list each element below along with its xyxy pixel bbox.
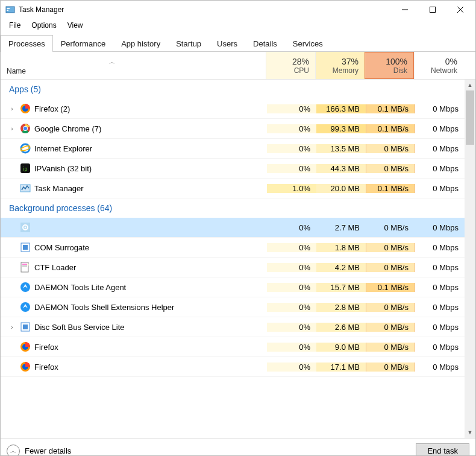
tab-processes[interactable]: Processes [1,35,53,52]
group-apps[interactable]: Apps (5) [1,80,465,99]
disk-cell: 0.1 MB/s [366,184,415,193]
process-row[interactable]: › Disc Soft Bus Service Lite 0% 2.6 MB 0… [1,317,465,337]
sort-caret-icon: ︿ [109,58,115,66]
mem-cell: 15.7 MB [316,283,366,292]
scroll-down-icon[interactable]: ▼ [465,427,475,438]
cpu-cell: 0% [267,283,316,292]
menu-view[interactable]: View [63,20,88,31]
mem-cell: 166.3 MB [316,104,366,113]
process-row[interactable]: › Firefox (2) 0% 166.3 MB 0.1 MB/s 0 Mbp… [1,99,465,119]
disk-cell: 0 MB/s [366,323,415,332]
col-disk[interactable]: 100% Disk [365,52,414,79]
net-cell: 0 Mbps [415,243,465,252]
col-network[interactable]: 0% Network [414,52,463,79]
titlebar[interactable]: Task Manager [1,1,475,19]
svg-point-20 [25,227,27,229]
svg-rect-4 [430,7,436,13]
process-row[interactable]: 0% 2.7 MB 0 MB/s 0 Mbps [1,218,465,238]
cpu-cell: 0% [267,124,316,133]
scroll-thumb[interactable] [466,90,474,145]
net-cell: 0 Mbps [415,104,465,113]
process-row[interactable]: Firefox 0% 9.0 MB 0 MB/s 0 Mbps [1,337,465,357]
process-row[interactable]: COM Surrogate 0% 1.8 MB 0 MB/s 0 Mbps [1,238,465,258]
disk-cell: 0 MB/s [366,343,415,352]
menubar: File Options View [1,19,475,32]
end-task-button[interactable]: End task [416,443,469,456]
process-list: Apps (5) › Firefox (2) 0% 166.3 MB 0.1 M… [1,80,465,438]
mem-pct: 37% [342,57,359,66]
mem-cell: 1.8 MB [316,243,366,252]
process-name: COM Surrogate [34,243,89,252]
tab-details[interactable]: Details [245,35,285,52]
scroll-track[interactable] [465,90,475,427]
vertical-scrollbar[interactable]: ▲ ▼ [465,80,475,438]
col-memory[interactable]: 37% Memory [315,52,365,79]
net-cell: 0 Mbps [415,164,465,173]
cpu-cell: 0% [267,243,316,252]
process-row[interactable]: › Google Chrome (7) 0% 99.3 MB 0.1 MB/s … [1,119,465,139]
process-row[interactable]: DAEMON Tools Shell Extensions Helper 0% … [1,297,465,317]
process-row[interactable]: DAEMON Tools Lite Agent 0% 15.7 MB 0.1 M… [1,277,465,297]
col-name-label: Name [7,67,26,75]
firefox-icon [20,361,31,372]
ie-icon [20,143,31,154]
cpu-cell: 0% [267,223,316,232]
disk-cell: 0 MB/s [366,303,415,312]
svg-point-12 [23,127,27,130]
net-cell: 0 Mbps [415,283,465,292]
process-row[interactable]: CTF Loader 0% 4.2 MB 0 MB/s 0 Mbps [1,258,465,277]
mem-cell: 20.0 MB [316,184,366,193]
cpu-cell: 0% [267,263,316,272]
tab-services[interactable]: Services [285,35,331,52]
tab-users[interactable]: Users [209,35,245,52]
menu-options[interactable]: Options [27,20,61,31]
col-name[interactable]: ︿ Name [1,52,266,79]
tab-startup[interactable]: Startup [168,35,209,52]
net-label: Network [431,66,457,75]
group-background[interactable]: Background processes (64) [1,198,465,218]
header-spacer [463,52,475,79]
cpu-cell: 0% [267,164,316,173]
disk-cell: 0 MB/s [366,363,415,372]
process-row[interactable]: Firefox 0% 17.1 MB 0 MB/s 0 Mbps [1,357,465,377]
tm-icon [20,183,31,194]
svg-point-27 [20,302,30,312]
net-cell: 0 Mbps [415,124,465,133]
cpu-cell: 0% [267,104,316,113]
process-name: Task Manager [34,184,84,193]
tab-performance[interactable]: Performance [53,35,113,52]
column-headers: ︿ Name 28% CPU 37% Memory 100% Disk 0% N… [1,52,475,80]
cpu-cell: 0% [267,303,316,312]
net-cell: 0 Mbps [415,144,465,153]
svg-rect-2 [7,10,8,11]
minimize-button[interactable] [391,1,419,19]
process-row[interactable]: ip IPVanish (32 bit) 0% 44.3 MB 0 MB/s 0… [1,159,465,179]
menu-file[interactable]: File [4,20,25,31]
fewer-details-button[interactable]: ︿ Fewer details [7,445,71,457]
process-row[interactable]: Task Manager 1.0% 20.0 MB 0.1 MB/s 0 Mbp… [1,179,465,198]
mem-label: Memory [333,66,359,75]
scroll-up-icon[interactable]: ▲ [465,80,475,90]
disk-cell: 0 MB/s [366,263,415,272]
process-name: Disc Soft Bus Service Lite [34,323,125,332]
process-row[interactable]: Internet Explorer 0% 13.5 MB 0 MB/s 0 Mb… [1,139,465,159]
daemon-icon [20,302,31,312]
maximize-button[interactable] [419,1,446,19]
app-icon [5,5,15,14]
cpu-cell: 0% [267,144,316,153]
svg-point-13 [21,144,30,153]
net-cell: 0 Mbps [415,363,465,372]
mem-cell: 44.3 MB [316,164,366,173]
mem-cell: 13.5 MB [316,144,366,153]
expand-icon[interactable]: › [8,125,16,132]
svg-point-26 [20,282,30,292]
gear-icon [20,222,31,233]
net-cell: 0 Mbps [415,223,465,232]
col-cpu[interactable]: 28% CPU [266,52,315,79]
close-button[interactable] [446,1,474,19]
expand-icon[interactable]: › [8,106,16,112]
tab-app-history[interactable]: App history [113,35,168,52]
expand-icon[interactable]: › [8,324,16,331]
disk-cell: 0.1 MB/s [366,124,415,133]
net-cell: 0 Mbps [415,263,465,272]
